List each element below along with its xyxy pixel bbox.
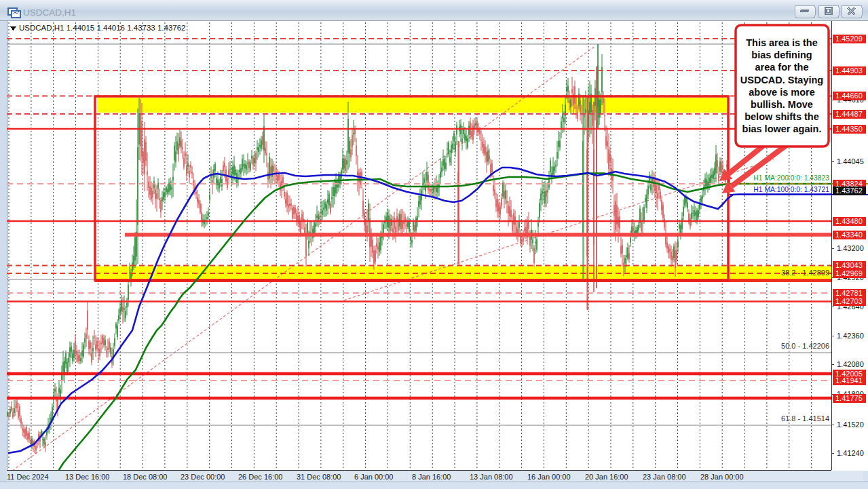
svg-text:1.43043: 1.43043 bbox=[835, 261, 863, 269]
svg-text:USDCAD,H1: USDCAD,H1 bbox=[23, 7, 76, 18]
svg-text:above is more: above is more bbox=[749, 87, 815, 98]
svg-text:20 Jan 16:00: 20 Jan 16:00 bbox=[585, 473, 628, 481]
svg-text:1.44903: 1.44903 bbox=[835, 66, 863, 75]
svg-text:28 Jan 00:00: 28 Jan 00:00 bbox=[700, 473, 744, 481]
svg-text:1.44660: 1.44660 bbox=[835, 92, 863, 100]
svg-text:1.42969: 1.42969 bbox=[835, 269, 863, 277]
svg-text:bias defining: bias defining bbox=[751, 50, 812, 60]
svg-text:50.0 - 1.42206: 50.0 - 1.42206 bbox=[781, 342, 829, 350]
svg-text:1.43340: 1.43340 bbox=[835, 231, 863, 239]
svg-text:18 Dec 08:00: 18 Dec 08:00 bbox=[123, 473, 167, 481]
svg-text:11 Dec 2024: 11 Dec 2024 bbox=[7, 473, 49, 481]
svg-text:61.8 - 1.41514: 61.8 - 1.41514 bbox=[781, 414, 829, 423]
svg-text:bullish. Move: bullish. Move bbox=[751, 99, 813, 110]
svg-text:1.43200: 1.43200 bbox=[837, 244, 864, 252]
svg-text:1.42080: 1.42080 bbox=[837, 360, 864, 368]
svg-text:38.2 - 1.42899: 38.2 - 1.42899 bbox=[781, 269, 829, 277]
svg-text:H1 MA:100:0:0: 1.43721: H1 MA:100:0:0: 1.43721 bbox=[753, 186, 829, 193]
svg-text:1.44350: 1.44350 bbox=[835, 125, 863, 133]
svg-text:1.45209: 1.45209 bbox=[835, 35, 863, 43]
svg-text:26 Dec 16:00: 26 Dec 16:00 bbox=[238, 473, 282, 481]
svg-text:16 Jan 00:00: 16 Jan 00:00 bbox=[527, 473, 571, 481]
svg-text:6 Jan 00:00: 6 Jan 00:00 bbox=[354, 473, 394, 481]
svg-text:USDCAD,H1 1.44015 1.44016 1.4: USDCAD,H1 1.44015 1.44016 1.43733 1.4376… bbox=[19, 24, 186, 32]
svg-text:This area is the: This area is the bbox=[746, 37, 818, 48]
svg-text:USDCAD. Staying: USDCAD. Staying bbox=[740, 75, 823, 85]
svg-text:31 Dec 08:00: 31 Dec 08:00 bbox=[297, 473, 341, 481]
svg-text:1.44487: 1.44487 bbox=[835, 110, 863, 118]
svg-text:1.41240: 1.41240 bbox=[837, 449, 864, 457]
svg-text:13 Jan 08:00: 13 Jan 08:00 bbox=[470, 473, 513, 481]
svg-text:area for the: area for the bbox=[755, 62, 809, 73]
svg-text:1.44045: 1.44045 bbox=[837, 157, 864, 165]
svg-text:1.42360: 1.42360 bbox=[837, 332, 864, 340]
svg-text:13 Dec 16:00: 13 Dec 16:00 bbox=[65, 473, 109, 481]
svg-text:23 Dec 00:00: 23 Dec 00:00 bbox=[181, 473, 225, 481]
svg-text:1.41775: 1.41775 bbox=[835, 394, 863, 402]
svg-text:1.43762: 1.43762 bbox=[835, 187, 863, 195]
svg-text:1.43480: 1.43480 bbox=[835, 217, 863, 225]
svg-text:1.42703: 1.42703 bbox=[835, 297, 863, 305]
svg-text:1.41520: 1.41520 bbox=[837, 420, 864, 429]
svg-text:bias lower again.: bias lower again. bbox=[742, 123, 822, 134]
svg-text:8 Jan 16:00: 8 Jan 16:00 bbox=[412, 473, 451, 481]
svg-text:1.42781: 1.42781 bbox=[835, 289, 863, 297]
svg-text:H1 MA:200:0:0: 1.43823: H1 MA:200:0:0: 1.43823 bbox=[753, 174, 829, 182]
svg-text:23 Jan 08:00: 23 Jan 08:00 bbox=[643, 473, 686, 481]
svg-text:below shifts the: below shifts the bbox=[744, 111, 819, 122]
svg-text:1.41941: 1.41941 bbox=[835, 376, 863, 385]
